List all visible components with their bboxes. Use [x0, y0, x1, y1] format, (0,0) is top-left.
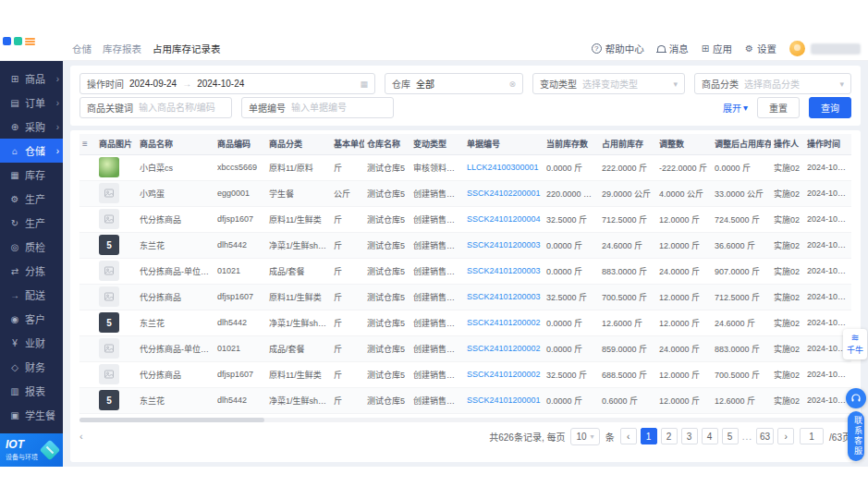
doc-number-link[interactable]: LLCK24100300001 [467, 163, 539, 172]
doc-number-link[interactable]: SSCK24101200002 [467, 318, 541, 327]
pagination-page-2[interactable]: 2 [661, 428, 678, 444]
category-filter[interactable]: 商品分类 选择商品分类 ▾ [694, 73, 851, 94]
product-category: 原料11/生鲜类 [266, 284, 331, 310]
change-type-filter[interactable]: 变动类型 选择变动类型 ▾ [532, 73, 685, 94]
occupied-before: 700.5000 斤 [599, 284, 656, 310]
sidebar-item-inventory[interactable]: ▦库存 [0, 163, 63, 187]
current-stock: 32.5000 斤 [544, 361, 599, 387]
iot-panel[interactable]: IOT 设备与环境 [0, 433, 63, 467]
pagination-prev[interactable]: ‹ [620, 428, 637, 444]
contact-service-button[interactable]: 联系客服 [848, 411, 864, 461]
op-time: 2024-10-2… [804, 154, 851, 180]
doc-number-link[interactable]: SSCK24101200003 [467, 292, 541, 301]
sidebar-item-production-2[interactable]: ↻生产 [0, 211, 63, 235]
scroll-left-icon[interactable]: ‹ [79, 431, 83, 442]
product-category: 净菜1/生鲜shu菜类… [266, 310, 331, 335]
settings-button[interactable]: ⚙ 设置 [745, 42, 776, 55]
finance-icon: ◇ [9, 362, 20, 372]
col-header-current-stock: 当前库存数 [544, 134, 599, 154]
doc-number-link[interactable]: SSCK24101200001 [467, 396, 541, 405]
reset-button[interactable]: 重置 [757, 97, 800, 118]
product-code: egg0001 [214, 180, 266, 206]
records-panel: ≡商品图片商品名称商品编码商品分类基本单位仓库名称变动类型单据编号当前库存数占用… [70, 130, 861, 462]
pagination-page-4[interactable]: 4 [702, 428, 718, 444]
doc-number-link[interactable]: SSCK24101200003 [467, 266, 541, 275]
pagination-page-3[interactable]: 3 [681, 428, 698, 444]
sidebar-item-production[interactable]: ⚙生产 [0, 187, 63, 211]
page-jump-input[interactable] [800, 428, 824, 444]
expand-filters-link[interactable]: 展开 ▾ [723, 101, 748, 115]
product-name: 东兰花 [137, 387, 214, 413]
product-image-placeholder [99, 261, 119, 281]
table-hscrollbar[interactable] [79, 418, 851, 422]
base-unit: 公斤 [331, 180, 364, 206]
calendar-icon: ▦ [360, 79, 368, 89]
topbar-actions: ? 帮助中心 消息 ⊞ 应用 ⚙ 设置 [592, 41, 861, 56]
sidebar-item-quality[interactable]: ◎质检 [0, 235, 63, 259]
adjust-qty: 4.0000 公斤 [656, 180, 712, 206]
warehouse-filter[interactable]: 仓库 全部 ⊗ [385, 73, 523, 94]
qianniu-widget[interactable]: ≋ 千牛 [843, 329, 867, 359]
search-button[interactable]: 查询 [809, 97, 851, 118]
base-unit: 斤 [331, 232, 364, 258]
sidebar-item-warehouse[interactable]: ⌂仓储› [0, 139, 63, 163]
sidebar-item-student-meal[interactable]: ▣学生餐 [0, 403, 63, 427]
keyword-filter: 商品关键词 [79, 97, 232, 118]
occupied-after: 883.0000 斤 [712, 335, 771, 361]
occupied-after: 0.0000 斤 [712, 154, 771, 180]
product-image [99, 157, 119, 177]
help-center-button[interactable]: ? 帮助中心 [592, 42, 644, 55]
product-name: 代分拣商品 [137, 361, 214, 387]
hscrollbar-thumb[interactable] [79, 418, 264, 422]
doc-number-link[interactable]: SSCK24102200001 [467, 189, 541, 198]
breadcrumb-item[interactable]: 仓储 [72, 42, 92, 55]
menu-lines-icon [25, 38, 35, 45]
doc-number-cell: SSCK24101200003 [464, 258, 544, 284]
op-time: 2024-10-1… [804, 232, 851, 258]
sidebar-item-sorting[interactable]: ⇄分拣 [0, 259, 63, 283]
pagination-page-1[interactable]: 1 [641, 428, 657, 444]
sidebar-item-delivery[interactable]: →配送 [0, 283, 63, 307]
col-header-base-unit: 基本单位 [331, 134, 364, 154]
sidebar-item-orders[interactable]: ▤订单› [0, 91, 63, 115]
col-header-adjust-qty: 调整数 [656, 134, 712, 154]
pagination-page-5[interactable]: 5 [722, 428, 739, 444]
column-settings-icon[interactable]: ≡ [79, 134, 96, 154]
pagination-ellipsis: ... [742, 432, 752, 442]
occupied-after: 700.5000 斤 [712, 361, 771, 387]
sidebar-item-goods[interactable]: ⊞商品› [0, 67, 63, 91]
window-decoration [3, 37, 35, 45]
doc-number-link[interactable]: SSCK24101200004 [467, 214, 541, 224]
headset-icon[interactable] [846, 388, 866, 408]
reports-icon: ▥ [9, 386, 20, 396]
sidebar-item-customers[interactable]: ◉客户 [0, 307, 63, 331]
base-unit: 斤 [331, 258, 364, 284]
occupied-after: 33.0000 公斤 [712, 180, 771, 206]
date-range-filter[interactable]: 操作时间 2024-09-24 → 2024-10-24 ▦ [79, 73, 375, 94]
pagination-next[interactable]: › [777, 428, 794, 444]
product-image-cell: 5 [96, 387, 137, 413]
breadcrumb-item[interactable]: 库存报表 [103, 42, 141, 55]
apps-button[interactable]: ⊞ 应用 [702, 42, 732, 55]
sidebar-item-biz-finance[interactable]: ¥业财 [0, 331, 63, 355]
doc-number-cell: SSCK24101200002 [464, 361, 544, 387]
delivery-icon: → [9, 290, 20, 300]
pagination-page-63[interactable]: 63 [756, 428, 774, 444]
keyword-input[interactable] [139, 103, 225, 113]
clear-icon[interactable]: ⊗ [508, 79, 516, 89]
sidebar-item-finance[interactable]: ◇财务 [0, 355, 63, 379]
help-center-label: 帮助中心 [605, 42, 644, 55]
doc-number-link[interactable]: SSCK24101200003 [467, 240, 541, 250]
doc-number-link[interactable]: SSCK24101200002 [467, 370, 541, 379]
doc-number-link[interactable]: SSCK24101200002 [467, 344, 541, 353]
doc-number-cell: SSCK24101200002 [464, 335, 544, 361]
sidebar-item-reports[interactable]: ▥报表 [0, 379, 63, 403]
sidebar-item-purchase[interactable]: ⊕采购› [0, 115, 63, 139]
page-size-select[interactable]: 10 ▾ [570, 428, 599, 445]
op-time: 2024-10-… [804, 180, 851, 206]
user-menu[interactable] [789, 41, 861, 56]
doc-no-input[interactable] [291, 103, 386, 113]
messages-button[interactable]: 消息 [657, 42, 689, 55]
warehouse-name: 测试仓库5 [364, 180, 410, 206]
operator: 实施02 [771, 310, 804, 335]
